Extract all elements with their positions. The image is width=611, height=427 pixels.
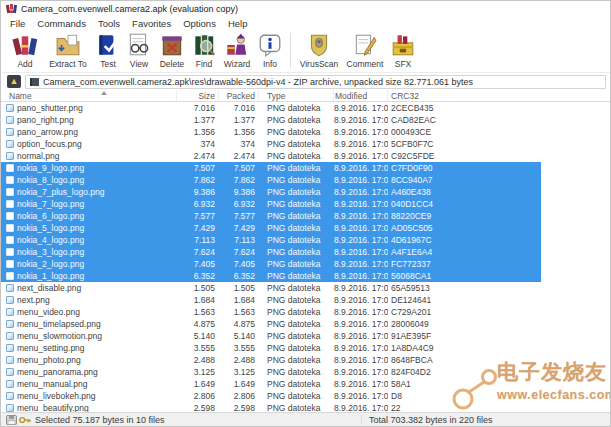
comment-label: Comment — [347, 59, 384, 69]
delete-button[interactable]: Delete — [155, 31, 189, 71]
virusscan-button[interactable]: VirusScan — [296, 31, 342, 71]
cell-type: PNG datoteka — [259, 246, 334, 258]
status-total-text: Total 703.382 bytes in 220 files — [369, 415, 493, 425]
cell-packed: 4.875 — [219, 318, 259, 330]
column-header-type[interactable]: Type — [259, 90, 334, 101]
cell-name: option_focus.png — [17, 138, 177, 150]
table-row[interactable]: nokia_9_logo.png 7.507 7.507 PNG datotek… — [1, 162, 541, 174]
menu-commands[interactable]: Commands — [31, 18, 92, 29]
table-row[interactable]: next_disable.png 1.505 1.505 PNG datotek… — [1, 282, 541, 294]
cell-packed: 3.125 — [219, 366, 259, 378]
comment-button[interactable]: Comment — [342, 31, 388, 71]
cell-crc32: 56068CA1 — [388, 270, 541, 282]
table-row[interactable]: nokia_7_plus_logo.png 9.386 9.386 PNG da… — [1, 186, 541, 198]
column-header-name[interactable]: Name — [1, 90, 177, 101]
cell-name: menu_panorama.png — [17, 366, 177, 378]
png-file-icon — [6, 164, 14, 172]
wizard-button[interactable]: Wizard — [219, 31, 255, 71]
cell-size: 3.555 — [177, 342, 219, 354]
find-button[interactable]: Find — [189, 31, 219, 71]
column-header-modified[interactable]: Modified — [334, 90, 388, 101]
table-row[interactable]: nokia_7_logo.png 6.932 6.932 PNG datotek… — [1, 198, 541, 210]
menu-help[interactable]: Help — [222, 18, 254, 29]
table-row[interactable]: option_focus.png 374 374 PNG datoteka 8.… — [1, 138, 541, 150]
view-button[interactable]: View — [123, 31, 155, 71]
cell-modified: 8.9.2016. 17:08 — [334, 378, 388, 390]
cell-name: normal.png — [17, 150, 177, 162]
cell-modified: 8.9.2016. 17:08 — [334, 198, 388, 210]
table-row[interactable]: nokia_4_logo.png 7.113 7.113 PNG datotek… — [1, 234, 541, 246]
menu-favorites[interactable]: Favorites — [126, 18, 177, 29]
png-file-icon — [6, 128, 14, 136]
menu-bar: File Commands Tools Favorites Options He… — [1, 16, 610, 30]
cell-type: PNG datoteka — [259, 354, 334, 366]
cell-type: PNG datoteka — [259, 150, 334, 162]
cell-name: pano_right.png — [17, 114, 177, 126]
cell-size: 7.862 — [177, 174, 219, 186]
table-row[interactable]: nokia_6_logo.png 7.577 7.577 PNG datotek… — [1, 210, 541, 222]
table-row[interactable]: normal.png 2.474 2.474 PNG datoteka 8.9.… — [1, 150, 541, 162]
table-row[interactable]: menu_slowmotion.png 5.140 5.140 PNG dato… — [1, 330, 541, 342]
delete-label: Delete — [160, 59, 185, 69]
cell-modified: 8.9.2016. 17:08 — [334, 342, 388, 354]
cell-name: nokia_8_logo.png — [17, 174, 177, 186]
cell-size: 4.875 — [177, 318, 219, 330]
cell-size: 3.125 — [177, 366, 219, 378]
table-row[interactable]: menu_video.png 1.563 1.563 PNG datoteka … — [1, 306, 541, 318]
sfx-button[interactable]: SFX — [388, 31, 418, 71]
cell-crc32: 91AE395F — [388, 330, 541, 342]
test-button[interactable]: Test — [93, 31, 123, 71]
cell-name: nokia_2_logo.png — [17, 258, 177, 270]
cell-name: pano_arrow.png — [17, 126, 177, 138]
cell-name: menu_setting.png — [17, 342, 177, 354]
cell-name: nokia_3_logo.png — [17, 246, 177, 258]
up-directory-button[interactable]: ▲ — [7, 75, 21, 88]
table-row[interactable]: pano_right.png 1.377 1.377 PNG datoteka … — [1, 114, 541, 126]
png-file-icon — [6, 272, 14, 280]
cell-packed: 9.386 — [219, 186, 259, 198]
extract-to-button[interactable]: Extract To — [43, 31, 93, 71]
table-row[interactable]: menu_timelapsed.png 4.875 4.875 PNG dato… — [1, 318, 541, 330]
cell-name: nokia_6_logo.png — [17, 210, 177, 222]
cell-modified: 8.9.2016. 17:08 — [334, 162, 388, 174]
table-row[interactable]: pano_arrow.png 1.356 1.356 PNG datoteka … — [1, 126, 541, 138]
test-label: Test — [100, 59, 116, 69]
cell-crc32: 1A8DA4C9 — [388, 342, 541, 354]
table-row[interactable]: pano_shutter.png 7.016 7.016 PNG datotek… — [1, 102, 541, 114]
winrar-window: Camera_com.evenwell.camera2.apk (evaluat… — [0, 0, 611, 427]
cell-packed: 2.488 — [219, 354, 259, 366]
menu-file[interactable]: File — [4, 18, 31, 29]
table-row[interactable]: menu_panorama.png 3.125 3.125 PNG datote… — [1, 366, 541, 378]
cell-modified: 8.9.2016. 17:08 — [334, 282, 388, 294]
info-button[interactable]: Info — [255, 31, 285, 71]
column-header-packed[interactable]: Packed — [219, 90, 259, 101]
table-row[interactable]: menu_manual.png 1.649 1.649 PNG datoteka… — [1, 378, 541, 390]
add-button[interactable]: Add — [7, 31, 43, 71]
cell-packed: 1.356 — [219, 126, 259, 138]
cell-packed: 1.649 — [219, 378, 259, 390]
table-row[interactable]: menu_photo.png 2.488 2.488 PNG datoteka … — [1, 354, 541, 366]
menu-tools[interactable]: Tools — [92, 18, 126, 29]
cell-type: PNG datoteka — [259, 138, 334, 150]
table-row[interactable]: menu_livebokeh.png 2.806 2.806 PNG datot… — [1, 390, 541, 402]
table-row[interactable]: nokia_2_logo.png 7.405 7.405 PNG datotek… — [1, 258, 541, 270]
cell-crc32: 65A59513 — [388, 282, 541, 294]
column-header-crc32[interactable]: CRC32 — [388, 90, 610, 101]
cell-name: nokia_1_logo.png — [17, 270, 177, 282]
cell-packed: 7.016 — [219, 102, 259, 114]
table-row[interactable]: nokia_8_logo.png 7.862 7.862 PNG datotek… — [1, 174, 541, 186]
menu-options[interactable]: Options — [177, 18, 222, 29]
cell-modified: 8.9.2016. 17:08 — [334, 174, 388, 186]
column-header-size[interactable]: Size — [177, 90, 219, 101]
table-row[interactable]: nokia_1_logo.png 6.352 6.352 PNG datotek… — [1, 270, 541, 282]
table-row[interactable]: nokia_5_logo.png 7.429 7.429 PNG datotek… — [1, 222, 541, 234]
cell-packed: 1.377 — [219, 114, 259, 126]
png-file-icon — [6, 140, 14, 148]
address-field[interactable]: Camera_com.evenwell.camera2.apk\res\draw… — [25, 75, 606, 89]
cell-crc32: 28006049 — [388, 318, 541, 330]
table-row[interactable]: nokia_3_logo.png 7.624 7.624 PNG datotek… — [1, 246, 541, 258]
table-row[interactable]: next.png 1.684 1.684 PNG datoteka 8.9.20… — [1, 294, 541, 306]
view-label: View — [130, 59, 148, 69]
file-list: pano_shutter.png 7.016 7.016 PNG datotek… — [1, 102, 610, 414]
table-row[interactable]: menu_setting.png 3.555 3.555 PNG datotek… — [1, 342, 541, 354]
